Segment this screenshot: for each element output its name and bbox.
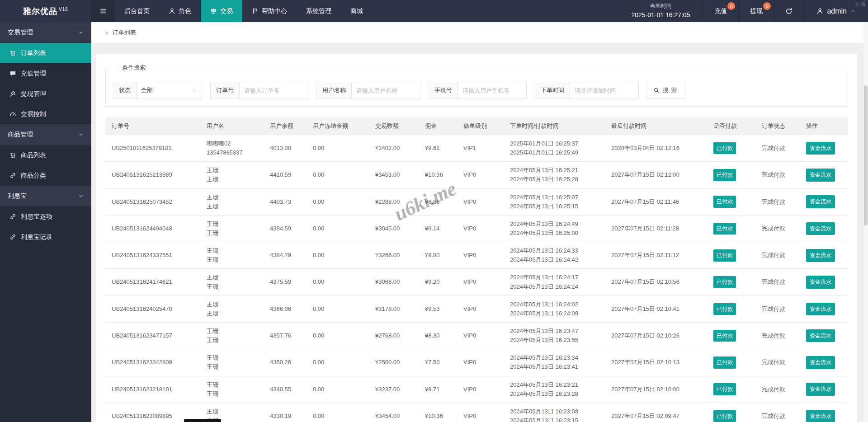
frozen-amount-cell: 0.00 (307, 295, 370, 322)
order-status-cell: 完成付款 (756, 188, 801, 215)
status-select[interactable]: 全部 (137, 82, 202, 99)
sidebar-item-label: 利息宝选项 (21, 213, 52, 221)
last-pay-time-cell: 2027年07月15日 02:10:56 (606, 269, 708, 295)
link-icon (9, 172, 16, 179)
funds-flow-button[interactable]: 资金流水 (806, 356, 835, 369)
username-input[interactable] (352, 82, 420, 99)
funds-flow-button[interactable]: 资金流水 (806, 249, 835, 262)
funds-flow-button[interactable]: 资金流水 (806, 222, 835, 235)
table-row: UB2405131624494048王珊王珊4394.590.00¥3045.0… (105, 215, 848, 242)
sidebar-item-product-category[interactable]: 商品分类 (0, 165, 91, 186)
column-header: 操作 (801, 117, 848, 135)
order-pay-time-cell: 2024年05月13日 16:23:472024年05月13日 16:23:55 (505, 322, 606, 349)
order-status-cell: 完成付款 (756, 403, 801, 422)
last-pay-time-cell: 2027年07月15日 02:10:41 (606, 295, 708, 322)
chevron-down-icon (192, 88, 197, 93)
paid-status-cell: 已付款 (708, 162, 756, 188)
nav-item-dashboard[interactable]: 后台首页 (115, 0, 159, 22)
scales-icon (210, 8, 217, 14)
scrollbar-thumb[interactable] (864, 85, 868, 225)
cart-icon (9, 50, 16, 56)
commission-cell: ¥7.50 (420, 349, 458, 376)
chevron-down-icon (78, 132, 84, 137)
funds-flow-button[interactable]: 资金流水 (806, 195, 835, 208)
balance-cell: 4013.00 (264, 135, 307, 162)
nav-item-label: 交易 (220, 7, 233, 15)
paid-badge: 已付款 (713, 142, 736, 155)
frozen-amount-cell: 0.00 (307, 349, 370, 376)
order-status-cell: 完成付款 (756, 376, 801, 403)
level-cell: VIP0 (458, 403, 505, 422)
status-selected-value: 全部 (141, 86, 153, 94)
nav-item-system[interactable]: 系统管理 (297, 0, 341, 22)
column-header: 用户余额 (264, 117, 307, 135)
refresh-button[interactable] (774, 0, 803, 22)
funds-flow-button[interactable]: 资金流水 (806, 169, 835, 182)
recharge-nav-button[interactable]: 充值 0 (703, 0, 738, 22)
balance-cell: 4330.19 (264, 403, 307, 422)
search-button-label: 搜索 (663, 86, 679, 94)
nav-item-label: 商城 (350, 7, 363, 15)
sidebar-group-lixibao[interactable]: 利息宝 (0, 186, 91, 206)
frozen-amount-cell: 0.00 (307, 162, 370, 188)
sidebar-item-withdraw-mgmt[interactable]: 提现管理 (0, 84, 91, 104)
balance-cell: 4340.55 (264, 376, 307, 403)
sidebar-group-product-mgmt[interactable]: 商品管理 (0, 124, 91, 145)
action-cell: 资金流水 (801, 135, 848, 162)
funds-flow-button[interactable]: 资金流水 (806, 276, 835, 289)
nav-item-role[interactable]: 角色 (159, 0, 201, 22)
level-cell: VIP0 (458, 188, 505, 215)
funds-flow-button[interactable]: 资金流水 (806, 410, 835, 422)
username-cell: 王珊王珊 (201, 295, 264, 322)
order-time-input[interactable] (570, 82, 639, 99)
sidebar-item-lixibao-records[interactable]: 利息宝记录 (0, 227, 91, 247)
username-cell: 王珊王珊 (201, 162, 264, 188)
gavel-icon (9, 90, 16, 97)
nav-item-trade[interactable]: 交易 (201, 0, 242, 22)
username-cell: 王珊王珊 (201, 349, 264, 376)
sidebar-item-product-list[interactable]: 商品列表 (0, 145, 91, 165)
nav-item-mall[interactable]: 商城 (341, 0, 373, 22)
search-button[interactable]: 搜索 (647, 82, 685, 99)
chevron-down-icon (78, 30, 84, 35)
nav-item-help[interactable]: 帮助中心 (242, 0, 297, 22)
level-cell: VIP0 (458, 162, 505, 188)
order-no-input[interactable] (240, 82, 308, 99)
paid-status-cell: 已付款 (708, 403, 756, 422)
paid-status-cell: 已付款 (708, 135, 756, 162)
action-cell: 资金流水 (801, 376, 848, 403)
paid-badge: 已付款 (713, 356, 736, 369)
frozen-amount-cell: 0.00 (307, 215, 370, 242)
sidebar-item-trade-control[interactable]: 交易控制 (0, 104, 91, 124)
breadcrumb: » 订单列表 (91, 22, 868, 43)
funds-flow-button[interactable]: 资金流水 (806, 303, 835, 316)
local-time-value: 2025-01-01 16:27:05 (631, 10, 690, 20)
trade-amount-cell: ¥3266.00 (370, 242, 420, 269)
app-version: V16 (59, 7, 68, 12)
sidebar-group-label: 交易管理 (8, 28, 33, 37)
scrollbar (863, 22, 868, 422)
order-time-label: 下单时间 (535, 82, 570, 99)
funds-flow-button[interactable]: 资金流水 (806, 142, 835, 155)
paid-status-cell: 已付款 (708, 215, 756, 242)
withdraw-nav-button[interactable]: 提现 0 (739, 0, 774, 22)
sidebar-item-order-list[interactable]: 订单列表 (0, 43, 91, 63)
paid-badge: 已付款 (713, 249, 736, 262)
order-no-cell: UB2405131624025470 (105, 295, 201, 322)
phone-input[interactable] (458, 82, 527, 99)
column-header: 最后付款时间 (606, 117, 708, 135)
level-cell: VIP0 (458, 269, 505, 295)
funds-flow-button[interactable]: 资金流水 (806, 383, 835, 396)
nav-item-label: 帮助中心 (262, 7, 287, 15)
order-no-cell: UB2405131624494048 (105, 215, 201, 242)
table-row: UB2405131625073452王珊王珊4403.730.00¥2288.0… (105, 188, 848, 215)
chevron-up-icon (850, 9, 855, 14)
funds-flow-button[interactable]: 资金流水 (806, 329, 835, 342)
order-status-cell: 完成付款 (756, 295, 801, 322)
sidebar-group-trade-mgmt[interactable]: 交易管理 (0, 22, 91, 43)
order-status-cell: 完成付款 (756, 215, 801, 242)
sidebar-item-lixibao-options[interactable]: 利息宝选项 (0, 206, 91, 227)
last-pay-time-cell: 2027年07月15日 02:09:47 (606, 403, 708, 422)
sidebar-toggle-button[interactable] (91, 0, 115, 22)
sidebar-item-recharge-mgmt[interactable]: 充值管理 (0, 63, 91, 84)
